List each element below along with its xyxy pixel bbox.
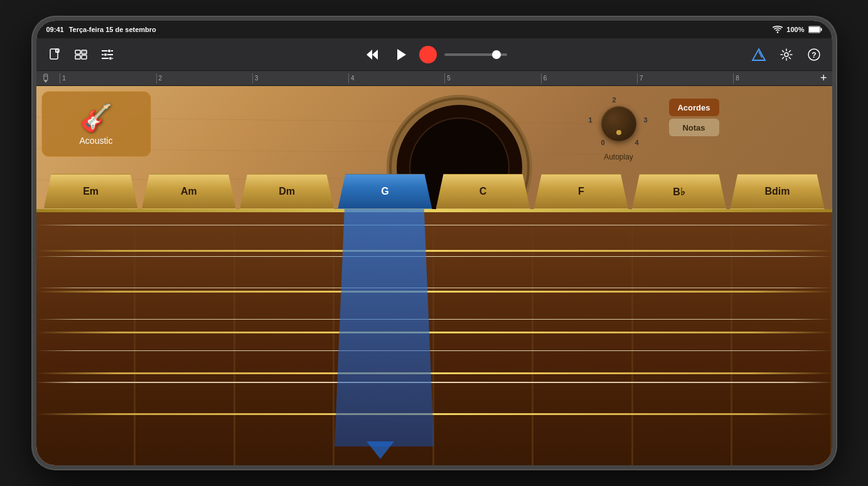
svg-marker-17 (372, 50, 378, 60)
add-track-button[interactable]: + (820, 72, 827, 85)
svg-marker-18 (397, 49, 406, 60)
fret-line-3 (36, 332, 832, 333)
status-date: Terça-feira 15 de setembro (69, 26, 156, 33)
document-icon (48, 48, 62, 62)
svg-point-0 (777, 31, 778, 33)
autoplay-knob[interactable] (601, 106, 636, 141)
string-line-4 (36, 319, 832, 320)
track-icon (74, 48, 88, 62)
svg-rect-8 (82, 50, 87, 54)
autoplay-label-3: 3 (643, 116, 647, 124)
autoplay-label-0: 0 (601, 139, 605, 146)
volume-thumb[interactable] (492, 50, 501, 59)
svg-rect-4 (50, 49, 58, 59)
ruler-mark-4: 4 (348, 73, 444, 84)
record-button[interactable] (419, 46, 437, 63)
chord-arrow (367, 441, 394, 459)
help-button[interactable]: ? (803, 44, 825, 65)
metronome-button[interactable] (748, 44, 769, 65)
fret-col-5 (434, 209, 534, 465)
fret-col-2 (136, 209, 235, 465)
string-line-2 (36, 256, 832, 257)
play-icon (394, 48, 408, 62)
chord-c[interactable]: C (436, 174, 530, 209)
svg-rect-3 (809, 27, 820, 32)
string-line-1 (36, 225, 832, 225)
ruler-mark-3: 3 (252, 73, 348, 84)
status-right: 100% (773, 26, 822, 33)
battery-icon (808, 26, 822, 33)
ruler-mark-6: 6 (541, 73, 637, 84)
toolbar-left (44, 44, 356, 65)
ruler-mark-1: 1 (60, 73, 156, 84)
string-line-3 (36, 288, 832, 288)
fret-columns (36, 209, 832, 465)
svg-rect-9 (82, 55, 87, 59)
help-icon: ? (807, 48, 821, 62)
toolbar: ? (36, 38, 832, 71)
fret-col-6 (533, 209, 633, 465)
pencil-icon[interactable] (41, 73, 50, 84)
volume-slider[interactable] (444, 53, 507, 56)
rewind-button[interactable] (362, 44, 383, 65)
svg-point-15 (109, 57, 112, 60)
ruler-mark-5: 5 (444, 73, 540, 84)
mixer-button[interactable] (97, 44, 118, 65)
autoplay-title: Autoplay (604, 153, 633, 161)
track-button[interactable] (70, 44, 92, 65)
fret-col-3 (235, 209, 335, 465)
document-button[interactable] (44, 44, 65, 65)
fret-col-1 (36, 209, 136, 465)
chord-am[interactable]: Am (142, 174, 236, 209)
timeline-ruler: 1 2 3 4 5 6 7 8 + (36, 71, 832, 86)
chord-dm[interactable]: Dm (240, 174, 334, 209)
ipad-screen: 09:41 Terça-feira 15 de setembro 100% (36, 21, 832, 465)
chord-bdim[interactable]: Bdim (730, 174, 824, 209)
instrument-panel[interactable]: 🎸 Acoustic (41, 91, 151, 157)
autoplay-label-4: 4 (635, 139, 638, 146)
fretboard[interactable] (36, 209, 832, 465)
settings-icon (780, 48, 793, 62)
fret-line-2 (36, 291, 832, 293)
mode-buttons: Acordes Notas (669, 99, 719, 136)
notas-button[interactable]: Notas (669, 119, 719, 136)
acordes-button[interactable]: Acordes (669, 99, 719, 116)
status-bar: 09:41 Terça-feira 15 de setembro 100% (36, 21, 832, 38)
ruler-mark-8: 8 (733, 73, 829, 84)
chord-g[interactable]: G (338, 174, 432, 209)
svg-text:?: ? (812, 51, 816, 60)
autoplay-label-2: 2 (613, 96, 616, 104)
play-button[interactable] (390, 44, 412, 65)
svg-marker-19 (753, 49, 765, 60)
status-time: 09:41 (46, 26, 64, 33)
status-left: 09:41 Terça-feira 15 de setembro (46, 26, 156, 33)
autoplay-section: 0 1 2 3 4 Autoplay (594, 99, 644, 161)
svg-marker-25 (43, 80, 47, 82)
svg-rect-6 (75, 50, 80, 54)
svg-rect-7 (75, 55, 80, 59)
ipad-frame: 09:41 Terça-feira 15 de setembro 100% (33, 17, 836, 469)
knob-indicator-dot (616, 130, 621, 135)
fret-line-4 (36, 372, 832, 374)
autoplay-knob-container: 0 1 2 3 4 (594, 99, 644, 149)
main-content: 🎸 Acoustic 0 1 2 3 4 Autop (36, 86, 832, 465)
ruler-marks: 1 2 3 4 5 6 7 8 (55, 73, 829, 84)
rewind-icon (365, 48, 379, 61)
autoplay-label-1: 1 (589, 116, 592, 124)
chord-em[interactable]: Em (44, 174, 138, 209)
battery-percent: 100% (786, 26, 804, 33)
toolbar-center (362, 44, 507, 65)
toolbar-right: ? (512, 44, 825, 65)
svg-rect-24 (43, 74, 47, 80)
svg-rect-2 (820, 28, 822, 31)
fret-line-5 (36, 413, 832, 415)
ruler-mark-2: 2 (156, 73, 252, 84)
svg-point-13 (104, 53, 107, 56)
guitar-icon: 🎸 (80, 102, 112, 133)
chord-bb[interactable]: B♭ (632, 174, 726, 209)
chord-f[interactable]: F (534, 174, 628, 209)
string-line-6 (36, 382, 832, 383)
settings-button[interactable] (776, 44, 797, 65)
string-line-5 (36, 350, 832, 351)
fret-line-1 (36, 250, 832, 252)
